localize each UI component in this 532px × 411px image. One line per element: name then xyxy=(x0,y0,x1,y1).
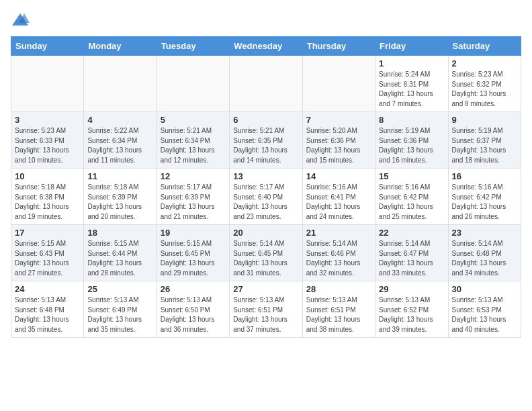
calendar-cell: 21Sunrise: 5:14 AMSunset: 6:46 PMDayligh… xyxy=(302,225,375,281)
day-number: 4 xyxy=(87,115,152,125)
calendar-cell: 13Sunrise: 5:17 AMSunset: 6:40 PMDayligh… xyxy=(230,169,302,225)
calendar-cell: 12Sunrise: 5:17 AMSunset: 6:39 PMDayligh… xyxy=(157,169,229,225)
header xyxy=(11,11,521,30)
day-info: Sunrise: 5:18 AMSunset: 6:38 PMDaylight:… xyxy=(15,183,80,222)
day-info: Sunrise: 5:13 AMSunset: 6:49 PMDaylight:… xyxy=(87,295,152,334)
day-number: 17 xyxy=(15,228,80,238)
day-number: 20 xyxy=(233,228,298,238)
day-number: 2 xyxy=(452,58,517,68)
logo xyxy=(11,11,31,30)
day-info: Sunrise: 5:15 AMSunset: 6:43 PMDaylight:… xyxy=(15,239,80,278)
calendar-cell: 30Sunrise: 5:13 AMSunset: 6:53 PMDayligh… xyxy=(448,281,521,338)
day-info: Sunrise: 5:16 AMSunset: 6:42 PMDaylight:… xyxy=(379,183,444,222)
calendar-cell xyxy=(84,56,157,112)
day-info: Sunrise: 5:13 AMSunset: 6:52 PMDaylight:… xyxy=(379,295,444,334)
day-info: Sunrise: 5:15 AMSunset: 6:44 PMDaylight:… xyxy=(87,239,152,278)
day-number: 10 xyxy=(15,171,80,181)
day-info: Sunrise: 5:20 AMSunset: 6:36 PMDaylight:… xyxy=(306,126,371,165)
calendar-cell: 25Sunrise: 5:13 AMSunset: 6:49 PMDayligh… xyxy=(84,281,157,338)
calendar-cell: 3Sunrise: 5:23 AMSunset: 6:33 PMDaylight… xyxy=(11,112,84,169)
calendar-week-2: 3Sunrise: 5:23 AMSunset: 6:33 PMDaylight… xyxy=(11,112,521,169)
day-info: Sunrise: 5:13 AMSunset: 6:51 PMDaylight:… xyxy=(233,295,298,334)
day-number: 24 xyxy=(15,284,80,294)
day-number: 14 xyxy=(306,171,371,181)
calendar-cell: 24Sunrise: 5:13 AMSunset: 6:48 PMDayligh… xyxy=(11,281,84,338)
calendar-cell: 23Sunrise: 5:14 AMSunset: 6:48 PMDayligh… xyxy=(448,225,521,281)
calendar-header-row: SundayMondayTuesdayWednesdayThursdayFrid… xyxy=(11,37,521,56)
day-number: 1 xyxy=(379,58,444,68)
day-info: Sunrise: 5:14 AMSunset: 6:45 PMDaylight:… xyxy=(233,239,298,278)
calendar-table: SundayMondayTuesdayWednesdayThursdayFrid… xyxy=(11,36,521,338)
day-number: 11 xyxy=(87,171,152,181)
day-info: Sunrise: 5:16 AMSunset: 6:42 PMDaylight:… xyxy=(452,183,517,222)
calendar-cell: 6Sunrise: 5:21 AMSunset: 6:35 PMDaylight… xyxy=(230,112,302,169)
day-number: 21 xyxy=(306,228,371,238)
calendar-cell: 17Sunrise: 5:15 AMSunset: 6:43 PMDayligh… xyxy=(11,225,84,281)
day-info: Sunrise: 5:14 AMSunset: 6:46 PMDaylight:… xyxy=(306,239,371,278)
day-info: Sunrise: 5:14 AMSunset: 6:47 PMDaylight:… xyxy=(379,239,444,278)
day-info: Sunrise: 5:13 AMSunset: 6:53 PMDaylight:… xyxy=(452,295,517,334)
calendar-cell: 7Sunrise: 5:20 AMSunset: 6:36 PMDaylight… xyxy=(302,112,375,169)
day-number: 23 xyxy=(452,228,517,238)
header-saturday: Saturday xyxy=(448,37,521,56)
day-info: Sunrise: 5:15 AMSunset: 6:45 PMDaylight:… xyxy=(161,239,226,278)
header-monday: Monday xyxy=(84,37,157,56)
calendar-cell: 1Sunrise: 5:24 AMSunset: 6:31 PMDaylight… xyxy=(375,56,448,112)
calendar-cell: 15Sunrise: 5:16 AMSunset: 6:42 PMDayligh… xyxy=(375,169,448,225)
day-info: Sunrise: 5:21 AMSunset: 6:34 PMDaylight:… xyxy=(161,126,226,165)
header-friday: Friday xyxy=(375,37,448,56)
calendar-cell xyxy=(157,56,229,112)
calendar-cell: 20Sunrise: 5:14 AMSunset: 6:45 PMDayligh… xyxy=(230,225,302,281)
calendar-cell: 28Sunrise: 5:13 AMSunset: 6:51 PMDayligh… xyxy=(302,281,375,338)
day-info: Sunrise: 5:13 AMSunset: 6:51 PMDaylight:… xyxy=(306,295,371,334)
day-number: 13 xyxy=(233,171,298,181)
day-number: 6 xyxy=(233,115,298,125)
day-number: 9 xyxy=(452,115,517,125)
calendar-cell: 19Sunrise: 5:15 AMSunset: 6:45 PMDayligh… xyxy=(157,225,229,281)
calendar-cell: 27Sunrise: 5:13 AMSunset: 6:51 PMDayligh… xyxy=(230,281,302,338)
day-info: Sunrise: 5:18 AMSunset: 6:39 PMDaylight:… xyxy=(87,183,152,222)
day-info: Sunrise: 5:23 AMSunset: 6:33 PMDaylight:… xyxy=(15,126,80,165)
day-number: 12 xyxy=(161,171,226,181)
day-info: Sunrise: 5:16 AMSunset: 6:41 PMDaylight:… xyxy=(306,183,371,222)
calendar-cell: 11Sunrise: 5:18 AMSunset: 6:39 PMDayligh… xyxy=(84,169,157,225)
calendar-cell: 9Sunrise: 5:19 AMSunset: 6:37 PMDaylight… xyxy=(448,112,521,169)
day-number: 27 xyxy=(233,284,298,294)
day-info: Sunrise: 5:17 AMSunset: 6:39 PMDaylight:… xyxy=(161,183,226,222)
header-wednesday: Wednesday xyxy=(230,37,302,56)
calendar-cell xyxy=(11,56,84,112)
calendar-week-5: 24Sunrise: 5:13 AMSunset: 6:48 PMDayligh… xyxy=(11,281,521,338)
day-info: Sunrise: 5:23 AMSunset: 6:32 PMDaylight:… xyxy=(452,70,517,109)
calendar-cell: 14Sunrise: 5:16 AMSunset: 6:41 PMDayligh… xyxy=(302,169,375,225)
day-info: Sunrise: 5:19 AMSunset: 6:36 PMDaylight:… xyxy=(379,126,444,165)
calendar-cell: 10Sunrise: 5:18 AMSunset: 6:38 PMDayligh… xyxy=(11,169,84,225)
header-tuesday: Tuesday xyxy=(157,37,229,56)
calendar-week-1: 1Sunrise: 5:24 AMSunset: 6:31 PMDaylight… xyxy=(11,56,521,112)
day-number: 22 xyxy=(379,228,444,238)
calendar-cell: 16Sunrise: 5:16 AMSunset: 6:42 PMDayligh… xyxy=(448,169,521,225)
calendar-cell: 4Sunrise: 5:22 AMSunset: 6:34 PMDaylight… xyxy=(84,112,157,169)
day-number: 15 xyxy=(379,171,444,181)
calendar-cell xyxy=(302,56,375,112)
day-number: 5 xyxy=(161,115,226,125)
calendar-cell xyxy=(230,56,302,112)
calendar-week-4: 17Sunrise: 5:15 AMSunset: 6:43 PMDayligh… xyxy=(11,225,521,281)
header-thursday: Thursday xyxy=(302,37,375,56)
calendar-cell: 5Sunrise: 5:21 AMSunset: 6:34 PMDaylight… xyxy=(157,112,229,169)
day-info: Sunrise: 5:17 AMSunset: 6:40 PMDaylight:… xyxy=(233,183,298,222)
calendar-cell: 29Sunrise: 5:13 AMSunset: 6:52 PMDayligh… xyxy=(375,281,448,338)
calendar-cell: 8Sunrise: 5:19 AMSunset: 6:36 PMDaylight… xyxy=(375,112,448,169)
day-number: 18 xyxy=(87,228,152,238)
day-number: 19 xyxy=(161,228,226,238)
day-info: Sunrise: 5:21 AMSunset: 6:35 PMDaylight:… xyxy=(233,126,298,165)
day-number: 26 xyxy=(161,284,226,294)
calendar-cell: 18Sunrise: 5:15 AMSunset: 6:44 PMDayligh… xyxy=(84,225,157,281)
day-number: 29 xyxy=(379,284,444,294)
calendar-week-3: 10Sunrise: 5:18 AMSunset: 6:38 PMDayligh… xyxy=(11,169,521,225)
day-info: Sunrise: 5:19 AMSunset: 6:37 PMDaylight:… xyxy=(452,126,517,165)
calendar-cell: 22Sunrise: 5:14 AMSunset: 6:47 PMDayligh… xyxy=(375,225,448,281)
calendar-cell: 2Sunrise: 5:23 AMSunset: 6:32 PMDaylight… xyxy=(448,56,521,112)
day-number: 30 xyxy=(452,284,517,294)
day-number: 8 xyxy=(379,115,444,125)
day-number: 25 xyxy=(87,284,152,294)
